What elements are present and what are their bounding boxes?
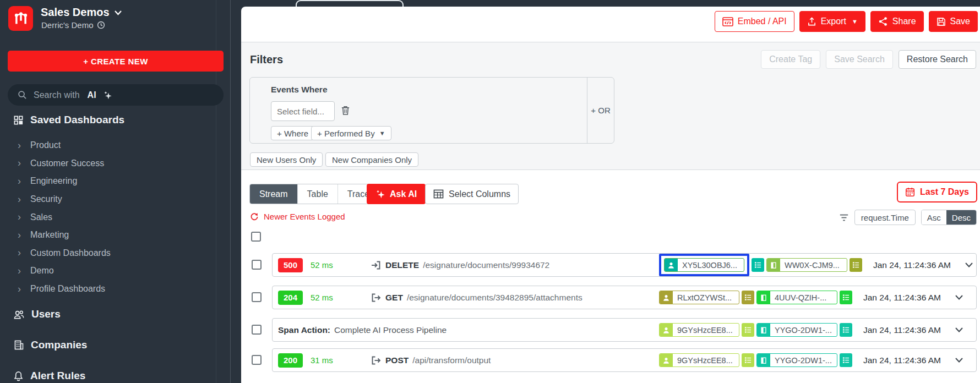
sidebar-section-users[interactable]: Users — [13, 308, 61, 320]
sidebar-section-companies[interactable]: Companies — [13, 339, 87, 351]
sort-desc-button[interactable]: Desc — [946, 210, 976, 225]
user-id-chip[interactable]: 9GYsHzcEE8... — [659, 323, 739, 337]
tab-stream[interactable]: Stream — [250, 184, 297, 204]
sidebar-item-profile-dashboards[interactable]: ›Profile Dashboards — [0, 280, 230, 298]
tab-table[interactable]: Table — [297, 184, 337, 204]
add-performed-by-button[interactable]: + Performed By ▼ — [311, 126, 391, 140]
http-method: POST — [385, 355, 409, 365]
event-row[interactable]: 500 52 ms DELETE /esignature/documents/9… — [272, 253, 977, 277]
event-row[interactable]: Span Action: Complete AI Process Pipelin… — [272, 318, 977, 342]
user-id-chip[interactable]: RLxtOZYWSt... — [659, 291, 739, 304]
sidebar-item-marketing[interactable]: ›Marketing — [0, 226, 230, 244]
sidebar-item-custom-dashboards[interactable]: ›Custom Dashboards — [0, 244, 230, 262]
company-id-value: 4UUV-QZIH-... — [770, 291, 831, 304]
sparkle-icon — [103, 90, 113, 100]
save-search-button[interactable]: Save Search — [826, 50, 893, 69]
event-row[interactable]: 200 31 ms POST /api/transform/output 9GY… — [272, 348, 977, 372]
user-id-chip[interactable]: 9GYsHzcEE8... — [659, 353, 739, 367]
company-id-chip[interactable]: WW0X-CJM9... — [766, 258, 847, 272]
span-action-name: Complete AI Process Pipeline — [334, 325, 447, 335]
expand-chevron-icon[interactable] — [955, 294, 963, 300]
dashboard-nav-list: ›Product ›Customer Success ›Engineering … — [0, 136, 230, 298]
company-details-icon[interactable] — [840, 291, 852, 304]
newer-events-button[interactable]: Newer Events Logged — [250, 212, 345, 221]
select-all-checkbox[interactable] — [251, 232, 261, 242]
restore-search-button[interactable]: Restore Search — [899, 50, 976, 69]
chevron-right-icon: › — [18, 194, 30, 205]
save-button[interactable]: Save — [929, 11, 978, 32]
performed-by-label: + Performed By — [317, 129, 375, 138]
sort-field-button[interactable]: request.Time — [854, 210, 916, 225]
add-or-button[interactable]: + OR — [587, 78, 614, 143]
search-input[interactable]: Search with AI — [8, 84, 224, 106]
sort-asc-button[interactable]: Asc — [922, 210, 946, 225]
event-row[interactable]: 204 52 ms GET /esignature/documents/3948… — [272, 286, 977, 309]
incoming-request-icon — [371, 260, 382, 271]
row-checkbox[interactable] — [252, 355, 262, 365]
request-path: /esignature/documents/39482895/attachmen… — [407, 293, 582, 303]
expand-chevron-icon[interactable] — [955, 357, 963, 363]
row-meta: 9GYsHzcEE8... YYGO-2DW1-... Jan 24, 11:2… — [659, 319, 963, 341]
delete-filter-button[interactable] — [341, 105, 350, 116]
company-id-chip[interactable]: YYGO-2DW1-... — [756, 353, 837, 367]
date-range-button[interactable]: Last 7 Days — [897, 182, 977, 203]
user-id-chip[interactable]: XY5L30OBJ6... — [664, 258, 744, 272]
export-button[interactable]: Export ▼ — [799, 11, 865, 32]
sidebar-section-saved-dashboards[interactable]: Saved Dashboards — [13, 114, 124, 126]
select-field-input[interactable] — [271, 101, 335, 121]
user-details-icon[interactable] — [742, 353, 754, 367]
search-placeholder: Search with — [34, 90, 80, 100]
status-badge: 200 — [278, 353, 303, 368]
new-users-only-button[interactable]: New Users Only — [250, 152, 323, 167]
sidebar-item-security[interactable]: ›Security — [0, 190, 230, 209]
sidebar-item-product[interactable]: ›Product — [0, 136, 230, 155]
alert-rules-label: Alert Rules — [30, 370, 85, 382]
expand-chevron-icon[interactable] — [955, 327, 963, 333]
sidebar-section-alert-rules[interactable]: Alert Rules — [13, 370, 85, 382]
user-id-value: RLxtOZYWSt... — [673, 291, 736, 304]
create-tag-button[interactable]: Create Tag — [761, 50, 820, 69]
share-label: Share — [892, 17, 916, 26]
company-details-icon[interactable] — [850, 258, 862, 272]
saved-dashboards-label: Saved Dashboards — [30, 114, 124, 126]
user-details-icon[interactable] — [742, 323, 754, 337]
share-button[interactable]: Share — [870, 11, 924, 32]
company-icon — [757, 354, 770, 366]
user-details-icon[interactable] — [752, 258, 764, 272]
user-details-icon[interactable] — [742, 291, 754, 304]
workspace-switcher[interactable]: Sales Demos — [41, 6, 122, 19]
chevron-right-icon: › — [18, 140, 30, 151]
row-checkbox[interactable] — [252, 260, 262, 270]
company-details-icon[interactable] — [840, 323, 852, 337]
company-id-chip[interactable]: 4UUV-QZIH-... — [756, 291, 837, 304]
expand-chevron-icon[interactable] — [965, 262, 973, 268]
save-label: Save — [950, 17, 970, 26]
calendar-icon — [905, 187, 915, 197]
ask-ai-button[interactable]: Ask AI — [367, 184, 426, 204]
event-timestamp: Jan 24, 11:24:36 AM — [863, 355, 950, 365]
add-where-button[interactable]: + Where — [271, 126, 314, 140]
trash-icon — [341, 105, 350, 116]
company-details-icon[interactable] — [840, 353, 852, 367]
latency-value: 52 ms — [311, 260, 339, 270]
workspace-subtitle-row[interactable]: Derric's Demo — [41, 20, 105, 30]
workspace-title: Sales Demos — [41, 6, 110, 19]
select-columns-button[interactable]: Select Columns — [425, 184, 519, 204]
new-companies-only-button[interactable]: New Companies Only — [325, 152, 418, 167]
sidebar-item-customer-success[interactable]: ›Customer Success — [0, 155, 230, 173]
http-method: GET — [385, 293, 403, 303]
columns-table-icon — [433, 189, 444, 199]
row-checkbox[interactable] — [252, 325, 262, 335]
row-checkbox[interactable] — [252, 292, 262, 302]
sidebar-item-label: Custom Dashboards — [30, 248, 111, 258]
sidebar-item-engineering[interactable]: ›Engineering — [0, 172, 230, 190]
sort-lines-icon[interactable] — [839, 214, 849, 222]
embed-api-button[interactable]: Embed / API — [715, 11, 794, 32]
create-new-button[interactable]: + CREATE NEW — [8, 51, 224, 72]
sidebar-item-demo[interactable]: ›Demo — [0, 262, 230, 280]
companies-label: Companies — [31, 339, 87, 351]
sidebar-item-sales[interactable]: ›Sales — [0, 208, 230, 226]
moesif-logo[interactable] — [8, 6, 33, 31]
company-id-chip[interactable]: YYGO-2DW1-... — [756, 323, 837, 337]
events-where-label: Events Where — [271, 85, 328, 95]
